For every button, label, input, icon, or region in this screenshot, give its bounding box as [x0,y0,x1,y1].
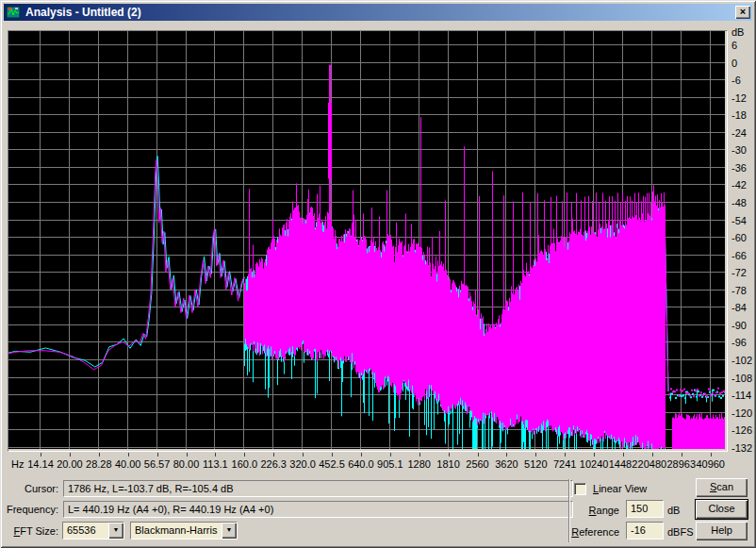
x-tick-label: 2560 [466,458,488,470]
y-tick-label: -126 [731,424,752,436]
x-tick-mark [157,453,158,457]
x-tick-mark [244,453,245,457]
y-tick-label: -6 [731,75,741,86]
titlebar[interactable]: Analysis - Untitled (2) × [4,4,752,21]
x-tick-mark [99,453,100,457]
x-tick-mark [273,453,274,457]
x-tick-label: 1810 [436,458,459,470]
fft-size-select[interactable]: 65536 ▼ [62,522,124,540]
range-label: Range [561,505,619,516]
x-tick-label: 320.0 [289,458,316,470]
close-icon[interactable]: × [735,6,750,19]
x-tick-label: 113.1 [203,458,228,470]
y-tick-label: -96 [731,337,747,348]
x-tick-mark [652,453,653,457]
frequency-readout: L= 440.19 Hz (A4 +0), R= 440.19 Hz (A4 +… [63,501,573,518]
x-tick-mark [682,453,682,457]
x-tick-mark [128,453,129,457]
app-icon [6,5,21,20]
x-tick-label: 640.0 [348,458,374,470]
y-axis-unit: dB [731,26,744,38]
fft-size-value: 65536 [63,523,108,539]
analysis-window: Analysis - Untitled (2) × Hz dB 14.1420.… [0,0,756,548]
x-tick-label: 14.14 [27,458,54,470]
fft-window-select[interactable]: Blackmann-Harris ▼ [130,522,238,540]
x-tick-label: 160.0 [232,458,258,470]
x-tick-mark [390,453,391,457]
x-tick-label: 20.00 [57,458,83,470]
y-tick-label: -18 [731,109,747,121]
x-tick-mark [215,453,216,457]
x-tick-mark [449,453,450,457]
y-tick-label: -42 [731,179,747,191]
fft-size-label: FFT Size: [2,525,58,537]
y-tick-label: -54 [731,215,747,226]
frequency-label: Frequency: [2,504,58,515]
x-tick-label: 80.00 [173,458,200,470]
y-tick-label: -108 [731,373,752,384]
linear-view-checkbox[interactable] [574,483,586,495]
x-tick-mark [70,453,71,457]
range-input[interactable]: 150 [626,500,664,518]
window-title: Analysis - Untitled (2) [25,6,141,19]
reference-input[interactable]: -16 [626,522,664,540]
y-tick-label: -84 [731,302,747,313]
x-tick-mark [41,453,41,457]
x-tick-label: 40.00 [115,458,141,470]
x-tick-mark [303,453,304,457]
chevron-down-icon[interactable]: ▼ [222,523,237,539]
x-axis-unit: Hz [11,458,24,470]
y-tick-label: -114 [731,390,751,401]
x-tick-mark [361,453,362,457]
linear-view-label: Linear View [593,483,647,494]
x-tick-label: 1280 [407,458,430,470]
x-tick-mark [187,453,188,457]
x-tick-label: 28963 [667,458,697,470]
fft-window-value: Blackmann-Harris [131,523,222,539]
x-tick-mark [594,453,595,457]
range-unit: dB [667,505,680,516]
x-tick-label: 5120 [524,458,547,470]
x-tick-label: 10240 [580,458,609,470]
scan-button[interactable]: Scan [696,478,748,497]
y-tick-label: 6 [731,40,737,51]
y-tick-label: -90 [731,320,747,331]
cursor-readout: 1786 Hz, L=-103.7 dB, R=-105.4 dB [63,480,573,497]
y-tick-label: -30 [731,144,747,156]
close-button[interactable]: Close [695,499,748,520]
x-tick-label: 40960 [696,458,725,470]
y-tick-label: -60 [731,232,747,243]
cursor-label: Cursor: [2,483,58,494]
reference-label: Reference [561,526,619,538]
x-tick-label: 452.5 [319,458,345,470]
y-tick-label: -102 [731,355,752,366]
x-tick-label: 3620 [495,458,518,470]
x-tick-label: 20480 [638,458,667,470]
spectrum-plot[interactable] [8,31,725,449]
y-tick-label: -36 [731,162,747,174]
y-tick-label: -48 [731,197,747,208]
y-tick-label: -12 [731,92,747,104]
x-tick-mark [332,453,333,457]
reference-unit: dBFS [667,526,694,538]
y-tick-label: -132 [731,442,752,454]
x-tick-label: 226.3 [260,458,287,470]
chevron-down-icon[interactable]: ▼ [108,523,123,539]
x-tick-mark [506,453,507,457]
x-tick-label: 905.1 [377,458,403,470]
x-tick-label: 56.57 [144,458,171,470]
x-tick-label: 7241 [553,458,576,470]
help-button[interactable]: Help [696,522,748,540]
y-tick-label: 0 [731,58,737,69]
y-tick-label: -120 [731,407,752,419]
x-tick-mark [623,453,624,457]
x-tick-mark [535,453,536,457]
plot-frame [8,30,728,452]
x-tick-label: 14482 [609,458,638,470]
x-tick-mark [565,453,566,457]
x-tick-mark [478,453,479,457]
y-tick-label: -72 [731,267,747,278]
x-tick-mark [419,453,420,457]
y-tick-label: -78 [731,285,747,296]
x-tick-mark [711,453,712,457]
